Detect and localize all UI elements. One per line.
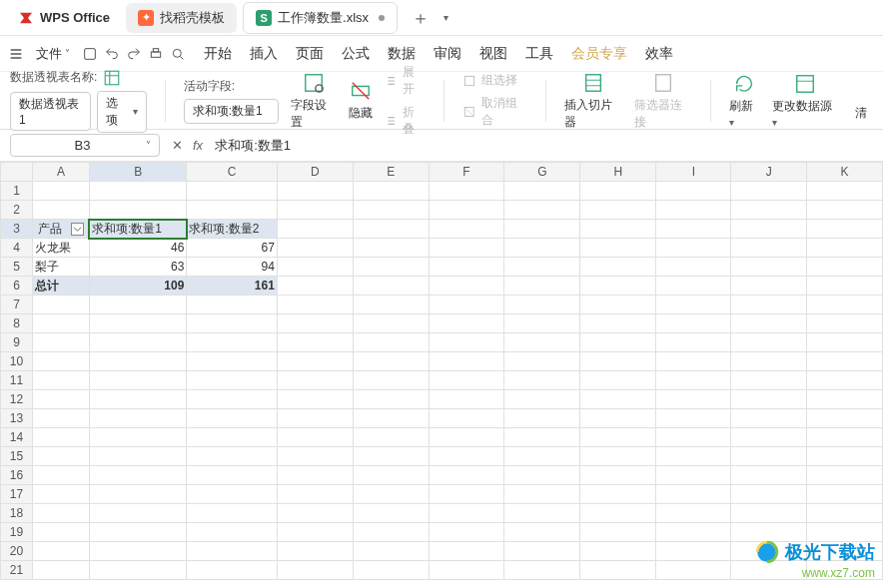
row-head-selected[interactable]: 3 xyxy=(1,220,33,239)
pivot-cell[interactable]: 67 xyxy=(187,239,277,258)
select-all-corner[interactable] xyxy=(1,163,33,182)
tab-templates[interactable]: ✦ 找稻壳模板 xyxy=(126,3,237,33)
field-settings-button[interactable]: 字段设置 xyxy=(291,71,337,131)
svg-point-3 xyxy=(173,49,181,57)
tab-formula[interactable]: 公式 xyxy=(342,45,370,63)
file-menu[interactable]: 文件 ˅ xyxy=(28,39,78,69)
col-head-j[interactable]: J xyxy=(731,163,807,182)
active-field-label: 活动字段: xyxy=(184,78,235,95)
row-head[interactable]: 10 xyxy=(1,352,33,371)
row-head[interactable]: 11 xyxy=(1,371,33,390)
tab-home[interactable]: 开始 xyxy=(204,45,232,63)
ungroup-icon xyxy=(462,105,475,119)
pivot-icon[interactable] xyxy=(103,69,121,87)
pivot-total-cell[interactable]: 161 xyxy=(187,277,277,295)
ribbon-pivot-name-group: 数据透视表名称: 数据透视表1 选项▾ xyxy=(10,69,147,133)
print-icon[interactable] xyxy=(146,44,166,64)
tab-efficiency[interactable]: 效率 xyxy=(645,45,673,63)
row-head[interactable]: 21 xyxy=(1,561,33,580)
pivot-header-sum1[interactable]: 求和项:数量1 xyxy=(89,220,186,239)
tab-insert[interactable]: 插入 xyxy=(250,45,278,63)
col-head-k[interactable]: K xyxy=(807,163,883,182)
tab-workbook-label: 工作簿数量.xlsx xyxy=(278,9,369,27)
col-head-h[interactable]: H xyxy=(580,163,656,182)
row-head[interactable]: 7 xyxy=(1,295,33,314)
row-head[interactable]: 4 xyxy=(1,239,33,258)
svg-rect-11 xyxy=(655,74,670,91)
fx-icon[interactable]: fx xyxy=(193,138,203,153)
col-head-a[interactable]: A xyxy=(33,163,90,182)
tab-workbook[interactable]: S 工作簿数量.xlsx xyxy=(243,2,398,34)
row-head[interactable]: 16 xyxy=(1,466,33,485)
row-head[interactable]: 13 xyxy=(1,409,33,428)
hamburger-icon[interactable] xyxy=(6,44,26,64)
app-badge: WPS Office xyxy=(8,6,120,30)
tab-data[interactable]: 数据 xyxy=(388,45,416,63)
add-tab-button[interactable]: ＋ xyxy=(404,2,438,34)
tab-review[interactable]: 审阅 xyxy=(434,45,461,63)
row-head[interactable]: 8 xyxy=(1,314,33,333)
tab-member[interactable]: 会员专享 xyxy=(571,45,627,63)
row-head[interactable]: 1 xyxy=(1,182,33,201)
filter-connection-button: 筛选器连接 xyxy=(634,71,692,131)
options-button[interactable]: 选项▾ xyxy=(97,91,146,133)
col-head-b[interactable]: B xyxy=(89,163,186,182)
svg-rect-0 xyxy=(85,48,96,59)
col-head-g[interactable]: G xyxy=(504,163,580,182)
insert-slicer-button[interactable]: 插入切片器 xyxy=(564,71,622,131)
formula-content[interactable]: 求和项:数量1 xyxy=(215,137,291,155)
col-head-d[interactable]: D xyxy=(277,163,353,182)
tab-tools[interactable]: 工具 xyxy=(525,45,553,63)
tab-overflow-icon[interactable]: ▾ xyxy=(443,12,448,23)
separator xyxy=(443,80,444,122)
cancel-icon[interactable]: ✕ xyxy=(172,138,183,153)
expand-button: 展开 xyxy=(385,64,426,98)
row-head[interactable]: 20 xyxy=(1,542,33,561)
pivot-row-label[interactable]: 梨子 xyxy=(33,258,90,277)
tab-page[interactable]: 页面 xyxy=(296,45,324,63)
row-head[interactable]: 6 xyxy=(1,277,33,295)
row-head[interactable]: 2 xyxy=(1,201,33,220)
name-box[interactable]: B3 ˅ xyxy=(10,134,160,157)
row-head[interactable]: 15 xyxy=(1,447,33,466)
col-head-c[interactable]: C xyxy=(187,163,277,182)
pivot-cell[interactable]: 94 xyxy=(187,258,277,277)
change-source-button[interactable]: 更改数据源 ▾ xyxy=(772,72,838,129)
row-head[interactable]: 18 xyxy=(1,504,33,523)
col-head-i[interactable]: I xyxy=(656,163,731,182)
refresh-icon xyxy=(732,72,756,96)
ribbon-active-field-group: 活动字段: 求和项:数量1 xyxy=(184,78,279,124)
row-head[interactable]: 9 xyxy=(1,333,33,352)
pivot-cell[interactable]: 63 xyxy=(89,258,186,277)
collapse-button: 折叠 xyxy=(385,104,426,138)
row-head[interactable]: 17 xyxy=(1,485,33,504)
spreadsheet-grid[interactable]: A B C D E F G H I J K 1 2 3 产品 求和项:数量1 求… xyxy=(0,162,883,588)
pivot-total-label[interactable]: 总计 xyxy=(33,277,90,295)
ribbon: 数据透视表名称: 数据透视表1 选项▾ 活动字段: 求和项:数量1 字段设置 隐… xyxy=(0,72,883,130)
pivot-header-product[interactable]: 产品 xyxy=(33,220,90,239)
save-icon[interactable] xyxy=(80,44,100,64)
active-field-input[interactable]: 求和项:数量1 xyxy=(184,99,279,124)
row-head[interactable]: 19 xyxy=(1,523,33,542)
col-head-f[interactable]: F xyxy=(429,163,504,182)
pivot-total-cell[interactable]: 109 xyxy=(89,277,186,295)
redo-icon[interactable] xyxy=(124,44,144,64)
svg-rect-2 xyxy=(153,48,158,51)
row-head[interactable]: 14 xyxy=(1,428,33,447)
pivot-header-sum2[interactable]: 求和项:数量2 xyxy=(187,220,277,239)
pivot-row-label[interactable]: 火龙果 xyxy=(33,239,90,258)
pivot-name-input[interactable]: 数据透视表1 xyxy=(10,92,91,131)
pivot-cell[interactable]: 46 xyxy=(89,239,186,258)
col-head-e[interactable]: E xyxy=(353,163,429,182)
clear-button[interactable]: 清 xyxy=(850,79,873,122)
row-head[interactable]: 12 xyxy=(1,390,33,409)
undo-icon[interactable] xyxy=(102,44,122,64)
preview-icon[interactable] xyxy=(168,44,188,64)
filter-dropdown-icon[interactable] xyxy=(71,223,84,236)
hide-button[interactable]: 隐藏 xyxy=(349,79,373,122)
row-head[interactable]: 5 xyxy=(1,258,33,277)
unsaved-dot-icon xyxy=(379,15,385,21)
name-box-value: B3 xyxy=(19,138,146,153)
refresh-button[interactable]: 刷新 ▾ xyxy=(729,72,760,129)
tab-view[interactable]: 视图 xyxy=(479,45,507,63)
